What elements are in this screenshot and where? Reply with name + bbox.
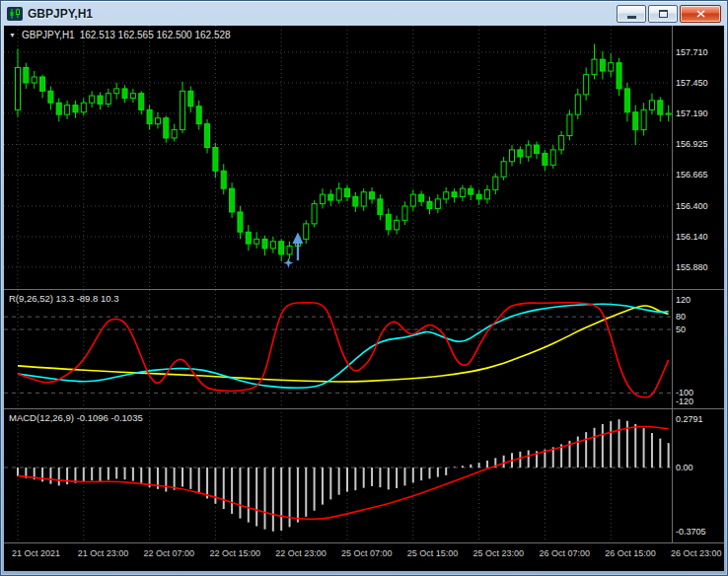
svg-text:157.710: 157.710 [676,47,708,57]
svg-text:50: 50 [676,324,686,334]
time-axis-label: 21 Oct 23:00 [78,548,129,558]
time-axis[interactable]: 21 Oct 202121 Oct 23:0022 Oct 07:0022 Oc… [4,542,724,571]
time-axis-label: 25 Oct 15:00 [407,548,459,558]
svg-text:156.140: 156.140 [676,232,708,242]
close-button[interactable] [680,5,721,23]
chart-app-icon [7,7,23,21]
minimize-icon [627,16,636,19]
svg-text:157.450: 157.450 [676,78,708,88]
chart-window: GBPJPY,H1 157.710157.450157.190156.92515… [0,0,728,576]
svg-text:157.190: 157.190 [676,108,708,118]
close-icon [696,10,705,18]
svg-text:155.880: 155.880 [676,262,708,272]
time-axis-label: 25 Oct 07:00 [341,548,393,558]
window-controls [617,5,721,23]
window-titlebar[interactable]: GBPJPY,H1 [4,1,724,26]
svg-text:156.665: 156.665 [676,170,708,180]
svg-text:156.925: 156.925 [676,139,708,149]
svg-text:0.2791: 0.2791 [676,414,703,424]
time-axis-label: 21 Oct 2021 [12,548,60,558]
time-axis-label: 26 Oct 15:00 [605,548,656,558]
chart-background [4,26,724,542]
svg-text:80: 80 [676,312,686,322]
time-axis-label: 22 Oct 23:00 [275,548,327,558]
minimize-button[interactable] [617,5,646,23]
restore-icon [659,10,668,18]
time-axis-label: 26 Oct 07:00 [539,548,590,558]
symbol-dropdown-icon[interactable]: ▼ [9,32,16,38]
restore-button[interactable] [648,5,678,23]
svg-text:-0.3705: -0.3705 [676,527,706,537]
svg-text:156.400: 156.400 [676,201,708,211]
svg-text:-120: -120 [676,396,693,406]
window-title: GBPJPY,H1 [28,7,93,21]
time-axis-label: 22 Oct 07:00 [144,548,195,558]
svg-text:120: 120 [676,295,691,305]
time-axis-label: 25 Oct 23:00 [473,548,525,558]
time-axis-label: 26 Oct 23:00 [671,548,722,558]
chart-client-area: 157.710157.450157.190156.925156.665156.4… [4,26,724,571]
chart-canvas[interactable]: 157.710157.450157.190156.925156.665156.4… [4,26,724,542]
svg-text:0.00: 0.00 [676,463,693,472]
time-axis-label: 22 Oct 15:00 [209,548,260,558]
